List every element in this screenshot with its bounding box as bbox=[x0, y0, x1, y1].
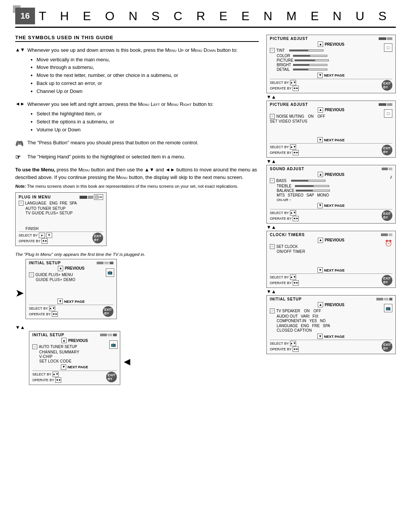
bullet-item: Select the highlighted item, or bbox=[37, 110, 213, 118]
symbol-item-hand: ☞ The "Helping Hand" points to the highl… bbox=[15, 153, 259, 161]
sound-slider-balance: BALANCE bbox=[277, 189, 392, 193]
plug-item-guide: TV GUIDE PLUS+ SETUP bbox=[25, 211, 103, 215]
press-text: The "Press Button" means you should pres… bbox=[27, 139, 198, 147]
press-button-icon: 🎮 bbox=[15, 139, 27, 148]
nav-btn[interactable]: ◄► bbox=[293, 216, 299, 221]
item-icon: ☞ bbox=[270, 308, 275, 313]
divider-arrows-r2: ▼▲ bbox=[266, 158, 396, 164]
pic2-footer: SELECTBY▲▼ OPERATEBY◄► EXITBY bbox=[270, 143, 392, 155]
nav-btn[interactable]: ▲▼ bbox=[290, 80, 296, 85]
nav-btn[interactable]: ◄► bbox=[55, 377, 61, 383]
divider-arrows-r4: ▼▲ bbox=[266, 289, 396, 294]
exit-button[interactable]: EXITBY bbox=[106, 372, 117, 382]
sound-next-page: ▼NEXT PAGE bbox=[270, 203, 392, 208]
picture-adjust-1-box: PICTURE ADJUST □ ▲ PREVIOUS ☞ TINT COLOR bbox=[266, 35, 396, 93]
pic2-item-noise: ☞ NOISE MUTING ON OFF bbox=[270, 114, 392, 119]
nav-btn[interactable]: ◄► bbox=[293, 280, 299, 286]
symbol-item-press: 🎮 The "Press Button" means you should pr… bbox=[15, 139, 259, 148]
setup2-item-tuner: ☞ AUTO TUNER SETUP bbox=[32, 344, 117, 349]
item-icon: ☞ bbox=[270, 244, 275, 249]
picture-adjust-2-title: PICTURE ADJUST bbox=[270, 102, 308, 107]
initial-setup-1-title: INITIAL SETUP bbox=[29, 261, 61, 265]
picture2-corner-icon: □ bbox=[384, 109, 392, 118]
pic-slider-detail: DETAIL bbox=[277, 67, 392, 72]
left-column: THE SYMBOLS USED IN THIS GUIDE ▲▼ Whenev… bbox=[15, 35, 259, 390]
updown-text: Whenever you see up and down arrows is t… bbox=[27, 46, 237, 95]
item-icon: ☞ bbox=[270, 178, 275, 183]
setup3-item-caption: CLOSED CAPTION bbox=[277, 328, 392, 332]
leftright-text: Whenever you see left and right arrows, … bbox=[27, 101, 213, 134]
updown-arrows-icon: ▲▼ bbox=[15, 47, 27, 53]
exit-button[interactable]: EXITBY bbox=[382, 80, 392, 91]
exit-button[interactable]: EXITBY bbox=[382, 275, 392, 286]
music-icon: ♪ bbox=[390, 174, 392, 180]
nav-btn[interactable]: ◄► bbox=[293, 347, 299, 352]
setup2-item-lock: SET LOCK CODE bbox=[39, 359, 117, 363]
setup-corner-icon-1: 📺 bbox=[106, 268, 114, 277]
exit-button[interactable]: EXITBY bbox=[103, 306, 113, 317]
bullet-item: Move to the next letter, number, or othe… bbox=[37, 72, 237, 80]
exit-button[interactable]: EXITBY bbox=[382, 341, 392, 352]
sound-mts: MTS STEREOSAPMONO bbox=[277, 193, 392, 197]
leftright-arrows-icon: ◄► bbox=[15, 101, 27, 107]
page-number-text: 16 bbox=[21, 11, 30, 21]
bullet-item: Channel Up or Down bbox=[37, 88, 237, 96]
nav-btn[interactable]: ▲▼ bbox=[290, 210, 296, 216]
setup2-item-channel: CHANNEL SUMMARY bbox=[39, 350, 117, 354]
setup3-item-speaker: ☞ TV SPEAKER ON OFF bbox=[270, 308, 392, 313]
on-air-text: ON AIR ↑ bbox=[277, 198, 392, 202]
sound-adjust-box: SOUND ADJUST ♪ ▲ PREVIOUS ☞ BASS TREBLE bbox=[266, 165, 396, 224]
picture2-previous: ▲ PREVIOUS bbox=[270, 107, 392, 113]
nav-btn-up[interactable]: ▲ bbox=[39, 233, 45, 238]
setup1-footer: SELECTBY ▲▼ OPERATEBY ◄► EXITBY bbox=[29, 305, 113, 317]
nav-btn[interactable]: ▲▼ bbox=[290, 341, 296, 346]
nav-btn[interactable]: ▲▼ bbox=[49, 306, 55, 311]
initial-setup-3-title: INITIAL SETUP bbox=[270, 297, 302, 301]
nav-btn-down[interactable]: ▼ bbox=[46, 233, 52, 238]
item-icon: ☞ bbox=[32, 344, 37, 349]
note-text: Note: The menu screens shown in this boo… bbox=[15, 184, 259, 189]
setup-corner-icon-2: 📺 bbox=[109, 340, 118, 349]
nav-btn[interactable]: ◄► bbox=[52, 312, 58, 317]
nav-btn[interactable]: ◄► bbox=[293, 150, 299, 155]
divider-arrows-r3: ▼▲ bbox=[266, 224, 396, 230]
clock-item-timer: ON/OFF TIMER bbox=[277, 249, 392, 254]
use-menu-text: To use the Menu, press the Menu button a… bbox=[15, 166, 259, 181]
previous-btn-1: ▲ PREVIOUS bbox=[29, 266, 113, 271]
pic2-next-page: ▼NEXT PAGE bbox=[270, 137, 392, 142]
nav-btn[interactable]: ◄► bbox=[293, 86, 299, 91]
setup2-item-vchip: V-CHIP bbox=[39, 355, 117, 359]
pic1-footer: SELECTBY▲▼ OPERATEBY◄► EXITBY bbox=[270, 79, 392, 91]
hand-text: The "Helping Hand" points to the highlig… bbox=[27, 153, 185, 161]
bullet-item: Move through a submenu, bbox=[37, 64, 237, 72]
picture-corner-icon: □ bbox=[384, 43, 392, 52]
initial-setup-2-title: INITIAL SETUP bbox=[32, 333, 64, 337]
picture1-previous: ▲ PREVIOUS bbox=[270, 42, 392, 47]
bullet-item: Select the options in a submenu, or bbox=[37, 118, 213, 126]
page-title: T H E O N S C R E E N M E N U S bbox=[39, 9, 392, 23]
nav-btn-left[interactable]: ◄► bbox=[41, 238, 48, 244]
setup1-item-guide-menu: ☞ GUIDE PLUS+ MENU bbox=[29, 272, 113, 277]
plug-in-note: The "Plug In Menu" only appears the firs… bbox=[15, 252, 259, 257]
arrow-right-1: ➤ bbox=[15, 287, 24, 299]
exit-button[interactable]: EXITBY bbox=[382, 210, 392, 221]
sound-adjust-title: SOUND ADJUST bbox=[270, 167, 304, 171]
exit-button[interactable]: EXITBY bbox=[92, 233, 103, 243]
main-layout: THE SYMBOLS USED IN THIS GUIDE ▲▼ Whenev… bbox=[15, 35, 396, 390]
plug-item-language: ☞ LANGUAGE ENG FRE SPA bbox=[19, 201, 103, 206]
nav-btn[interactable]: ▲▼ bbox=[53, 372, 59, 377]
nav-btn[interactable]: ▲▼ bbox=[290, 144, 296, 150]
sound-slider-treble: TREBLE bbox=[277, 184, 392, 188]
helping-hand-icon: ☞ bbox=[15, 153, 27, 161]
next-page-2: ▼NEXT PAGE bbox=[32, 364, 117, 370]
nav-btn[interactable]: ▲▼ bbox=[290, 275, 296, 280]
setup3-corner-icon: 📺 bbox=[384, 304, 392, 312]
item-icon: ☞ bbox=[19, 201, 24, 206]
exit-button[interactable]: EXITBY bbox=[382, 145, 392, 155]
pic-item-tint: ☞ TINT bbox=[270, 48, 392, 53]
bullet-item: Back up to correct an error, or bbox=[37, 80, 237, 88]
clock-timers-box: CLOCK/ TIMERS ⏰ ▲ PREVIOUS ☞ SET CLOCK O… bbox=[266, 231, 396, 288]
setup3-footer: SELECTBY▲▼ OPERATEBY◄► EXITBY bbox=[270, 340, 392, 352]
picture-adjust-1-title: PICTURE ADJUST bbox=[270, 37, 308, 41]
picture-adjust-2-box: PICTURE ADJUST □ ▲ PREVIOUS ☞ NOISE MUTI… bbox=[266, 101, 396, 158]
